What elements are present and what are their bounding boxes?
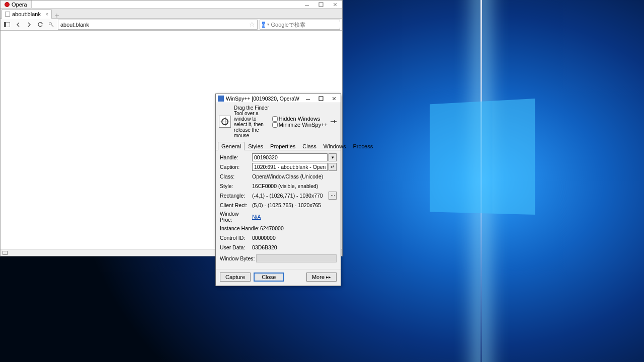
value-userdata: 03D6B320 <box>252 244 277 250</box>
opera-titlebar: Opera <box>1 1 342 9</box>
tab-general[interactable]: General <box>218 142 245 150</box>
tab-class[interactable]: Class <box>299 142 320 150</box>
svg-point-3 <box>49 22 52 25</box>
home-button[interactable] <box>47 20 56 29</box>
opera-app-title: Opera <box>12 2 27 8</box>
finder-row: Drag the Finder Tool over a window to se… <box>216 103 341 140</box>
value-rectangle: (-4,1) - (1026,771) - 1030x770 <box>252 193 328 199</box>
winspy-maximize-button[interactable] <box>314 94 328 103</box>
winspy-title-text: WinSpy++ [00190320, OperaWindowCl... <box>226 96 299 102</box>
minimize-winspy-checkbox[interactable]: Minimize WinSpy++ <box>272 122 328 128</box>
winspy-titlebar[interactable]: WinSpy++ [00190320, OperaWindowCl... <box>216 94 341 103</box>
finder-instructions: Drag the Finder Tool over a window to se… <box>234 105 269 138</box>
label-instancehandle: Instance Handle: <box>220 225 260 231</box>
search-bar[interactable]: g ▾ <box>260 20 340 30</box>
arrow-left-icon <box>16 22 21 27</box>
input-caption[interactable] <box>252 163 328 171</box>
pin-icon <box>331 119 338 124</box>
panel-icon <box>4 22 10 27</box>
status-view-icon[interactable] <box>3 251 8 255</box>
tab-aboutblank[interactable]: about:blank × <box>2 9 52 19</box>
opera-menu-button[interactable]: Opera <box>1 1 32 9</box>
label-rectangle: Rectangle: <box>220 193 252 199</box>
capture-button[interactable]: Capture <box>220 273 251 282</box>
winspy-window: WinSpy++ [00190320, OperaWindowCl... Dra… <box>215 94 341 286</box>
value-clientrect: (5,0) - (1025,765) - 1020x765 <box>252 202 321 208</box>
value-windowproc-link[interactable]: N/A <box>252 214 261 220</box>
value-class: OperaWindowClass (Unicode) <box>252 173 323 179</box>
google-icon: g <box>262 22 265 28</box>
arrow-right-icon <box>27 22 32 27</box>
minimize-button[interactable] <box>300 1 314 8</box>
rectangle-more-button[interactable]: ⋯ <box>329 192 337 200</box>
label-windowbytes: Window Bytes: <box>220 255 256 261</box>
handle-dropdown-button[interactable]: ▾ <box>329 153 337 161</box>
close-button[interactable] <box>328 1 342 8</box>
page-icon <box>5 12 10 17</box>
opera-logo-icon <box>5 2 10 7</box>
close-button[interactable]: Close <box>254 273 284 282</box>
winspy-footer: Capture Close More ▸▸ <box>216 269 341 286</box>
caption-go-button[interactable]: ↵ <box>329 163 337 171</box>
value-controlid: 00000000 <box>252 235 276 241</box>
more-button[interactable]: More ▸▸ <box>306 273 337 282</box>
chevron-right-icon: ▸▸ <box>326 275 331 280</box>
reload-button[interactable] <box>36 20 45 29</box>
reload-icon <box>37 22 43 28</box>
tab-close-icon[interactable]: × <box>45 12 48 17</box>
label-handle: Handle: <box>220 154 252 160</box>
titlebar-drag-area[interactable] <box>32 1 300 9</box>
winspy-tabs: General Styles Properties Class Windows … <box>216 141 341 150</box>
svg-rect-4 <box>319 97 323 101</box>
tab-label: about:blank <box>12 11 41 17</box>
tab-properties[interactable]: Properties <box>267 142 299 150</box>
maximize-button[interactable] <box>314 1 328 8</box>
forward-button[interactable] <box>25 20 34 29</box>
new-tab-button[interactable] <box>52 13 62 18</box>
windows-logo <box>423 101 574 251</box>
panel-toggle-button[interactable] <box>3 20 12 29</box>
label-style: Style: <box>220 183 252 189</box>
back-button[interactable] <box>14 20 23 29</box>
label-class: Class: <box>220 173 252 179</box>
key-icon <box>48 22 54 28</box>
tab-windows[interactable]: Windows <box>320 142 350 150</box>
label-userdata: User Data: <box>220 244 252 250</box>
windowbytes-dropdown[interactable] <box>256 254 337 262</box>
label-controlid: Control ID: <box>220 235 252 241</box>
bookmark-star-icon[interactable]: ☆ <box>249 21 255 28</box>
winspy-minimize-button[interactable] <box>301 94 314 103</box>
winspy-body: Handle: ▾ Caption: ↵ Class: OperaWindowC… <box>216 150 341 267</box>
value-instancehandle: 62470000 <box>260 225 284 231</box>
pin-button[interactable] <box>331 119 338 124</box>
hidden-windows-checkbox[interactable]: Hidden Windows <box>272 116 328 122</box>
address-bar[interactable]: ☆ <box>58 20 258 30</box>
dropdown-icon[interactable]: ▾ <box>267 22 269 27</box>
tab-bar: about:blank × <box>1 9 342 19</box>
winspy-app-icon <box>218 96 224 102</box>
tab-styles[interactable]: Styles <box>245 142 267 150</box>
label-windowproc: Window Proc: <box>220 211 252 223</box>
finder-tool[interactable] <box>219 116 231 128</box>
svg-rect-2 <box>4 22 6 27</box>
value-style: 16CF0000 (visible, enabled) <box>252 183 318 189</box>
plus-icon <box>54 13 59 18</box>
tab-process[interactable]: Process <box>349 142 376 150</box>
address-input[interactable] <box>60 22 247 28</box>
label-clientrect: Client Rect: <box>220 202 252 208</box>
toolbar: ☆ g ▾ <box>1 19 342 31</box>
label-caption: Caption: <box>220 164 252 170</box>
search-input[interactable] <box>271 22 341 28</box>
input-handle[interactable] <box>252 153 328 161</box>
svg-rect-0 <box>319 3 323 7</box>
crosshair-icon <box>221 118 228 125</box>
winspy-close-button[interactable] <box>328 94 341 103</box>
